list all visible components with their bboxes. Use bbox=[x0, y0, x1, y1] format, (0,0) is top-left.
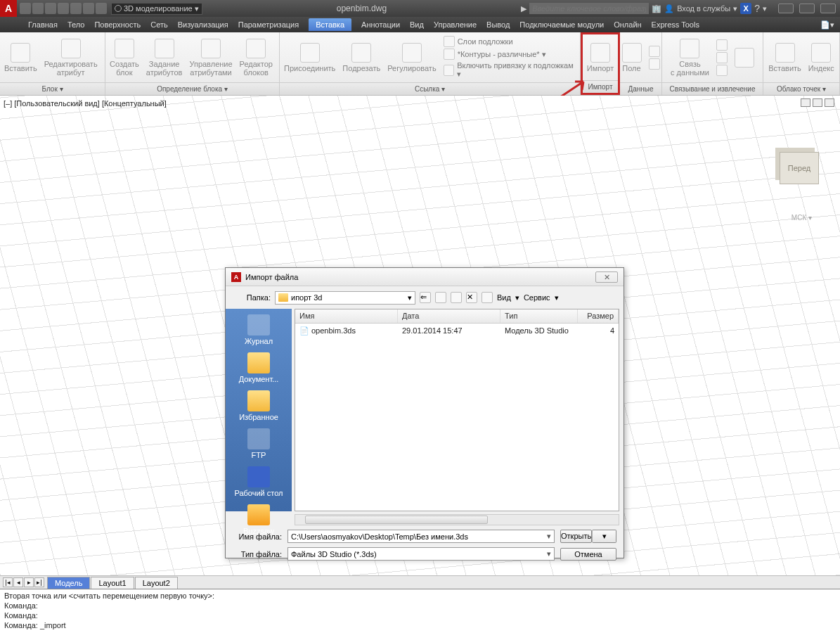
pc-insert-button[interactable]: Вставить bbox=[768, 43, 801, 72]
define-attributes-button[interactable]: Задание атрибутов bbox=[146, 39, 183, 77]
tab-model[interactable]: Модель bbox=[47, 577, 90, 589]
tab-last-icon[interactable]: ▸| bbox=[34, 577, 44, 587]
view-cube[interactable]: Перед bbox=[780, 152, 819, 184]
tab-prev-icon[interactable]: ◂ bbox=[13, 577, 23, 587]
tab-first-icon[interactable]: |◂ bbox=[3, 577, 13, 587]
tab-insert[interactable]: Вставка bbox=[309, 18, 351, 31]
col-date[interactable]: Дата bbox=[398, 309, 500, 323]
app-logo[interactable]: A bbox=[0, 0, 17, 17]
new-icon[interactable] bbox=[20, 3, 31, 14]
vp-close-icon[interactable] bbox=[825, 98, 834, 107]
data-sm1[interactable] bbox=[649, 46, 660, 57]
sidebar-ftp[interactable]: FTP bbox=[229, 426, 288, 462]
binoculars-icon[interactable]: 🏢 bbox=[652, 4, 661, 13]
sidebar-documents[interactable]: Документ... bbox=[229, 350, 288, 386]
dialog-close-button[interactable]: ✕ bbox=[595, 271, 618, 283]
tab-manage[interactable]: Управление bbox=[434, 20, 477, 29]
tab-surface[interactable]: Поверхность bbox=[94, 20, 141, 29]
tab-parametric[interactable]: Параметризация bbox=[238, 20, 299, 29]
link-sm1[interactable] bbox=[716, 39, 728, 51]
back-icon[interactable]: ⇐ bbox=[420, 292, 431, 303]
redo-icon[interactable] bbox=[96, 3, 107, 14]
col-name[interactable]: Имя bbox=[295, 309, 398, 323]
data-link-button[interactable]: Связь с данными bbox=[671, 39, 709, 77]
tab-mesh[interactable]: Сеть bbox=[150, 20, 167, 29]
delete-icon[interactable]: ✕ bbox=[466, 292, 477, 303]
dialog-titlebar[interactable]: A Импорт файла ✕ bbox=[226, 268, 623, 286]
cancel-button[interactable]: Отмена bbox=[560, 548, 616, 561]
col-size[interactable]: Размер bbox=[578, 309, 619, 323]
tools-menu[interactable]: Сервис bbox=[524, 293, 550, 302]
horizontal-scrollbar[interactable] bbox=[295, 514, 619, 525]
adjust-button[interactable]: Регулировать bbox=[387, 43, 436, 72]
file-row[interactable]: 📄openbim.3ds 29.01.2014 15:47 Модель 3D … bbox=[295, 324, 619, 338]
filetype-select[interactable]: Файлы 3D Studio (*.3ds)▾ bbox=[287, 547, 555, 561]
clip-button[interactable]: Подрезать bbox=[342, 43, 380, 72]
attach-button[interactable]: Присоединить bbox=[284, 43, 335, 72]
command-line[interactable]: Вторая точка или <считать перемещением п… bbox=[0, 589, 840, 633]
folder-selector[interactable]: ипорт 3d ▾ bbox=[275, 291, 415, 305]
panel-blockdef-label[interactable]: Определение блока ▾ bbox=[105, 82, 279, 95]
import-button[interactable]: Импорт bbox=[587, 43, 614, 72]
scroll-thumb[interactable] bbox=[305, 516, 488, 524]
panel-data-label[interactable]: Данные bbox=[620, 82, 661, 95]
link-sm3[interactable] bbox=[716, 65, 728, 76]
tab-view[interactable]: Вид bbox=[410, 20, 424, 29]
filename-input[interactable]: C:\Users\aosmyakov\Desktop\Temp\Без имен… bbox=[287, 530, 555, 543]
tab-layout2[interactable]: Layout2 bbox=[135, 577, 178, 589]
maximize-button[interactable] bbox=[799, 4, 815, 13]
panel-import-label[interactable]: Импорт bbox=[583, 80, 618, 93]
tab-online[interactable]: Онлайн bbox=[614, 20, 641, 29]
sidebar-favorites[interactable]: Избранное bbox=[229, 388, 288, 424]
chevron-down-icon[interactable]: ▾ bbox=[555, 293, 559, 302]
tab-home[interactable]: Главная bbox=[28, 20, 58, 29]
tab-visualize[interactable]: Визуализация bbox=[178, 20, 228, 29]
undo-icon[interactable] bbox=[83, 3, 94, 14]
exchange-icon[interactable]: X bbox=[740, 3, 751, 14]
snap-underlays-button[interactable]: Включить привязку к подложкам ▾ bbox=[444, 61, 576, 79]
tab-layout1[interactable]: Layout1 bbox=[91, 577, 134, 589]
frames-vary-button[interactable]: *Контуры - различные* ▾ bbox=[444, 49, 576, 60]
keyword-search-input[interactable] bbox=[529, 3, 649, 14]
open-button[interactable]: Открыть bbox=[560, 530, 592, 543]
new-folder-icon[interactable] bbox=[482, 292, 493, 303]
ribbon-options-icon[interactable]: 📄▾ bbox=[820, 20, 834, 30]
ucs-label[interactable]: МСК ▾ bbox=[791, 214, 812, 222]
workspace-selector[interactable]: 3D моделирование ▾ bbox=[111, 3, 202, 15]
print-icon[interactable] bbox=[70, 3, 82, 14]
block-editor-button[interactable]: Редактор блоков bbox=[240, 39, 273, 77]
underlay-layers-button[interactable]: Слои подложки bbox=[444, 36, 576, 47]
panel-pointcloud-label[interactable]: Облако точек ▾ bbox=[763, 82, 839, 95]
create-block-button[interactable]: Создать блок bbox=[110, 39, 139, 77]
pc-index-button[interactable]: Индекс bbox=[808, 43, 834, 72]
panel-link-label[interactable]: Связывание и извлечение bbox=[662, 82, 763, 95]
chevron-down-icon[interactable]: ▾ bbox=[763, 4, 767, 13]
view-menu[interactable]: Вид bbox=[497, 293, 511, 302]
help-icon[interactable]: ? bbox=[754, 3, 760, 14]
close-button[interactable] bbox=[820, 4, 836, 13]
data-sm2[interactable] bbox=[649, 58, 660, 70]
chevron-down-icon[interactable]: ▾ bbox=[515, 293, 519, 302]
sidebar-history[interactable]: Журнал bbox=[229, 312, 288, 348]
panel-reference-label[interactable]: Ссылка ▾ bbox=[280, 82, 580, 95]
tab-output[interactable]: Вывод bbox=[486, 20, 510, 29]
tab-annotate[interactable]: Аннотации bbox=[361, 20, 400, 29]
field-button[interactable]: Поле bbox=[622, 43, 642, 72]
insert-block-button[interactable]: Вставить bbox=[4, 43, 37, 72]
tab-next-icon[interactable]: ▸ bbox=[24, 577, 34, 587]
col-type[interactable]: Тип bbox=[500, 309, 578, 323]
viewport-label[interactable]: [–] [Пользовательский вид] [Концептуальн… bbox=[4, 99, 167, 108]
extract-button[interactable] bbox=[735, 48, 754, 68]
vp-restore-icon[interactable] bbox=[813, 98, 822, 107]
file-list[interactable]: Имя Дата Тип Размер 📄openbim.3ds 29.01.2… bbox=[295, 309, 619, 511]
edit-attribute-button[interactable]: Редактировать атрибут bbox=[44, 39, 98, 77]
tab-express[interactable]: Express Tools bbox=[652, 20, 699, 29]
viewport[interactable]: [–] [Пользовательский вид] [Концептуальн… bbox=[0, 96, 840, 575]
panel-block-label[interactable]: Блок ▾ bbox=[0, 82, 105, 95]
search-arrow-icon[interactable]: ▶ bbox=[521, 4, 526, 13]
up-icon[interactable] bbox=[435, 292, 446, 303]
save-icon[interactable] bbox=[45, 3, 56, 14]
search-web-icon[interactable] bbox=[451, 292, 462, 303]
vp-minimize-icon[interactable] bbox=[801, 98, 810, 107]
tab-plugins[interactable]: Подключаемые модули bbox=[519, 20, 604, 29]
